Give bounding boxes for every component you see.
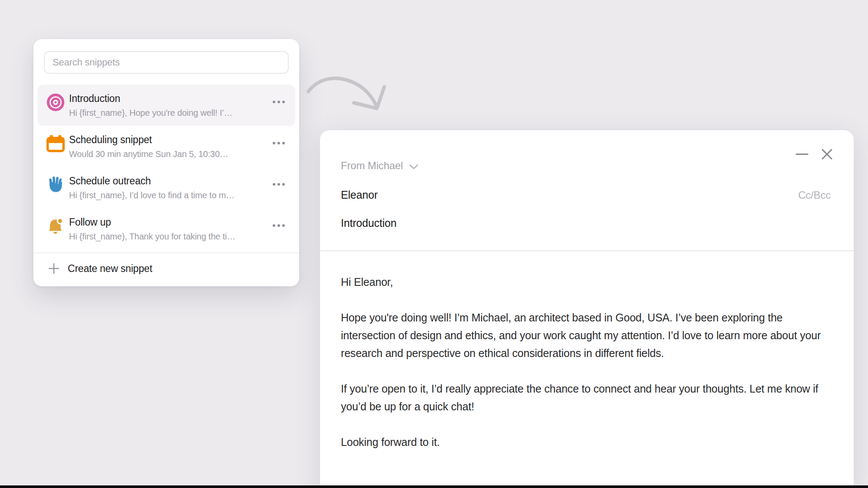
subject-value: Introduction <box>341 217 396 229</box>
calendar-icon <box>46 134 65 153</box>
snippet-preview: Hi {first_name), Thank you for taking th… <box>69 230 273 243</box>
close-button[interactable] <box>821 148 833 160</box>
chevron-down-icon <box>409 164 419 170</box>
body-closing: Looking forward to it. <box>341 433 826 451</box>
body-paragraph: If you’re open to it, I’d really appreci… <box>341 380 826 416</box>
minimize-button[interactable] <box>795 148 809 160</box>
body-paragraph: Hope you're doing well! I’m Michael, an … <box>341 309 826 362</box>
email-body-editor[interactable]: Hi Eleanor, Hope you're doing well! I’m … <box>341 273 826 451</box>
minimize-icon <box>795 148 809 160</box>
more-options-button[interactable] <box>273 222 285 229</box>
subject-field[interactable]: Introduction <box>341 216 396 230</box>
from-selector[interactable]: From Michael <box>341 159 419 172</box>
snippet-item-schedule-outreach[interactable]: Schedule outreach Hi {first_name}, I’d l… <box>37 167 295 208</box>
snippet-list: Introduction Hi {first_name}, Hope you'r… <box>37 85 295 249</box>
body-greeting: Hi Eleanor, <box>341 273 826 291</box>
snippet-preview: Would 30 min anytime Sun Jan 5, 10:30… <box>69 147 273 161</box>
target-icon <box>46 93 65 112</box>
recipient-value: Eleanor <box>341 188 378 202</box>
bell-icon <box>46 216 65 236</box>
snippets-panel: Introduction Hi {first_name}, Hope you'r… <box>33 39 299 286</box>
search-input[interactable] <box>44 51 289 74</box>
snippet-title: Follow up <box>69 216 273 229</box>
curved-arrow-icon <box>302 69 393 118</box>
snippet-item-scheduling[interactable]: Scheduling snippet Would 30 min anytime … <box>37 126 295 167</box>
email-compose-window: From Michael Eleanor Cc/Bcc Introduction… <box>320 130 854 488</box>
header-body-divider <box>320 250 854 251</box>
snippet-preview: Hi {first_name}, I’d love to find a time… <box>69 189 273 202</box>
snippet-title: Schedule outreach <box>69 174 273 188</box>
plus-icon <box>48 262 60 275</box>
cc-bcc-button[interactable]: Cc/Bcc <box>798 188 831 202</box>
snippet-title: Introduction <box>69 92 273 105</box>
more-options-button[interactable] <box>273 180 285 188</box>
snippet-preview: Hi {first_name}, Hope you're doing well!… <box>69 106 273 120</box>
more-options-button[interactable] <box>273 98 285 106</box>
snippet-title: Scheduling snippet <box>69 133 273 147</box>
create-new-snippet-button[interactable]: Create new snippet <box>33 253 299 284</box>
create-new-snippet-label: Create new snippet <box>68 263 152 275</box>
recipient-field[interactable]: Eleanor Cc/Bcc <box>341 188 831 202</box>
from-label: From Michael <box>341 159 403 172</box>
screen-bottom-edge <box>0 485 868 488</box>
snippet-item-introduction[interactable]: Introduction Hi {first_name}, Hope you'r… <box>37 85 295 126</box>
close-icon <box>821 148 833 160</box>
snippet-item-follow-up[interactable]: Follow up Hi {first_name), Thank you for… <box>37 208 295 249</box>
raised-hand-icon <box>46 175 65 194</box>
more-options-button[interactable] <box>273 139 285 147</box>
